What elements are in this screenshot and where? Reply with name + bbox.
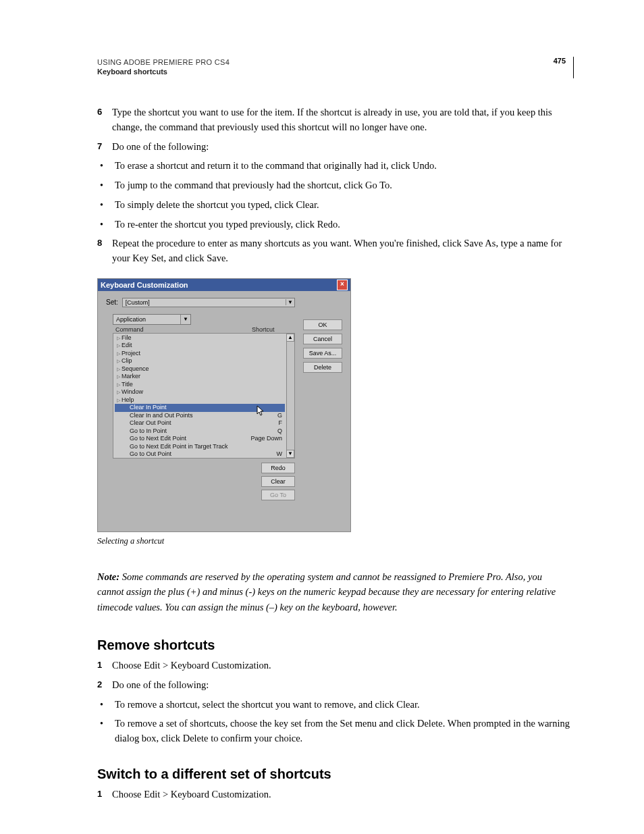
bullet: •To remove a set of shortcuts, choose th… bbox=[97, 716, 570, 746]
tree-item[interactable]: ▷Edit bbox=[115, 342, 285, 350]
bullet: •To remove a shortcut, select the shortc… bbox=[97, 698, 570, 712]
page-header: USING ADOBE PREMIERE PRO CS4 Keyboard sh… bbox=[97, 58, 570, 76]
bullet-text: To erase a shortcut and return it to the… bbox=[115, 159, 570, 174]
list-item[interactable]: Go to Next Edit Point in Target Track bbox=[115, 443, 285, 451]
bullet-text: To jump to the command that previously h… bbox=[115, 178, 570, 193]
page-number: 475 bbox=[554, 57, 566, 65]
dialog-titlebar: Keyboard Customization × bbox=[98, 279, 350, 291]
note: Note: Some commands are reserved by the … bbox=[97, 569, 570, 615]
goto-button[interactable]: Go To bbox=[261, 490, 295, 500]
heading-switch-shortcuts: Switch to a different set of shortcuts bbox=[97, 766, 570, 782]
list-item[interactable]: Clear In and Out PointsG bbox=[115, 412, 285, 420]
redo-button[interactable]: Redo bbox=[261, 463, 295, 473]
delete-button[interactable]: Delete bbox=[303, 362, 342, 373]
scroll-up-icon[interactable]: ▲ bbox=[286, 334, 294, 342]
clear-button[interactable]: Clear bbox=[261, 476, 295, 487]
tree-item[interactable]: ▷Clip bbox=[115, 357, 285, 365]
list-item[interactable]: Go to In PointQ bbox=[115, 427, 285, 436]
step-6: 6Type the shortcut you want to use for t… bbox=[97, 105, 570, 135]
step-8: 8Repeat the procedure to enter as many s… bbox=[97, 236, 570, 266]
list-item[interactable]: Clear Out PointF bbox=[115, 419, 285, 427]
category-value: Application bbox=[116, 316, 146, 323]
list-item[interactable]: Go to Out PointW bbox=[115, 450, 285, 459]
bullet-text: To simply delete the shortcut you typed,… bbox=[115, 198, 570, 213]
step-2: 2Do one of the following: bbox=[97, 678, 570, 693]
tree-item[interactable]: ▷File bbox=[115, 334, 285, 342]
ok-button[interactable]: OK bbox=[303, 319, 342, 330]
set-label: Set: bbox=[106, 298, 118, 306]
bullet: •To re-enter the shortcut you typed prev… bbox=[97, 217, 570, 232]
col-command: Command bbox=[115, 326, 252, 333]
bullet-text: To re-enter the shortcut you typed previ… bbox=[115, 217, 570, 232]
step-text: Do one of the following: bbox=[112, 678, 570, 693]
col-shortcut: Shortcut bbox=[252, 326, 294, 333]
bullet: •To jump to the command that previously … bbox=[97, 178, 570, 193]
bullet-text: To remove a shortcut, select the shortcu… bbox=[115, 698, 570, 712]
figure-caption: Selecting a shortcut bbox=[97, 536, 570, 546]
list-item[interactable]: Clear In Point bbox=[115, 404, 285, 412]
tree-item[interactable]: ▷Help bbox=[115, 396, 285, 405]
set-value: [Custom] bbox=[126, 299, 150, 306]
close-icon[interactable]: × bbox=[337, 280, 348, 290]
chevron-down-icon: ▼ bbox=[180, 315, 190, 324]
bullet: •To simply delete the shortcut you typed… bbox=[97, 198, 570, 213]
tree-item[interactable]: ▷Sequence bbox=[115, 365, 285, 373]
category-dropdown[interactable]: Application ▼ bbox=[113, 314, 191, 325]
cancel-button[interactable]: Cancel bbox=[303, 334, 342, 344]
dialog-keyboard-customization: Keyboard Customization × Set: [Custom] ▼… bbox=[97, 278, 351, 532]
step-1: 1Choose Edit > Keyboard Customization. bbox=[97, 658, 570, 673]
tree-item[interactable]: ▷Marker bbox=[115, 373, 285, 381]
note-label: Note: bbox=[97, 571, 122, 582]
header-rule bbox=[573, 57, 574, 78]
step-1: 1Choose Edit > Keyboard Customization. bbox=[97, 787, 570, 802]
dialog-title: Keyboard Customization bbox=[101, 281, 188, 289]
figure: Keyboard Customization × Set: [Custom] ▼… bbox=[97, 278, 570, 546]
save-as-button[interactable]: Save As... bbox=[303, 348, 342, 359]
step-text: Type the shortcut you want to use for th… bbox=[112, 105, 570, 135]
note-body: Some commands are reserved by the operat… bbox=[97, 571, 556, 613]
tree-item[interactable]: ▷Window bbox=[115, 388, 285, 396]
list-item[interactable]: Go to Next Edit PointPage Down bbox=[115, 435, 285, 443]
heading-remove-shortcuts: Remove shortcuts bbox=[97, 637, 570, 653]
step-7: 7Do one of the following: bbox=[97, 140, 570, 155]
command-listbox[interactable]: ▲ ▼ ▷File▷Edit▷Project▷Clip▷Sequence▷Mar… bbox=[113, 333, 295, 459]
scrollbar[interactable] bbox=[286, 342, 294, 450]
step-text: Repeat the procedure to enter as many sh… bbox=[112, 236, 570, 266]
step-text: Choose Edit > Keyboard Customization. bbox=[112, 658, 570, 673]
step-text: Choose Edit > Keyboard Customization. bbox=[112, 787, 570, 802]
step-text: Do one of the following: bbox=[112, 140, 570, 155]
set-dropdown[interactable]: [Custom] ▼ bbox=[122, 298, 295, 307]
chevron-down-icon: ▼ bbox=[286, 299, 294, 305]
doc-section: Keyboard shortcuts bbox=[97, 68, 570, 76]
bullet: •To erase a shortcut and return it to th… bbox=[97, 159, 570, 174]
bullet-text: To remove a set of shortcuts, choose the… bbox=[115, 716, 570, 746]
doc-title: USING ADOBE PREMIERE PRO CS4 bbox=[97, 58, 570, 66]
tree-item[interactable]: ▷Project bbox=[115, 350, 285, 358]
scroll-down-icon[interactable]: ▼ bbox=[286, 450, 294, 458]
tree-item[interactable]: ▷Title bbox=[115, 381, 285, 389]
